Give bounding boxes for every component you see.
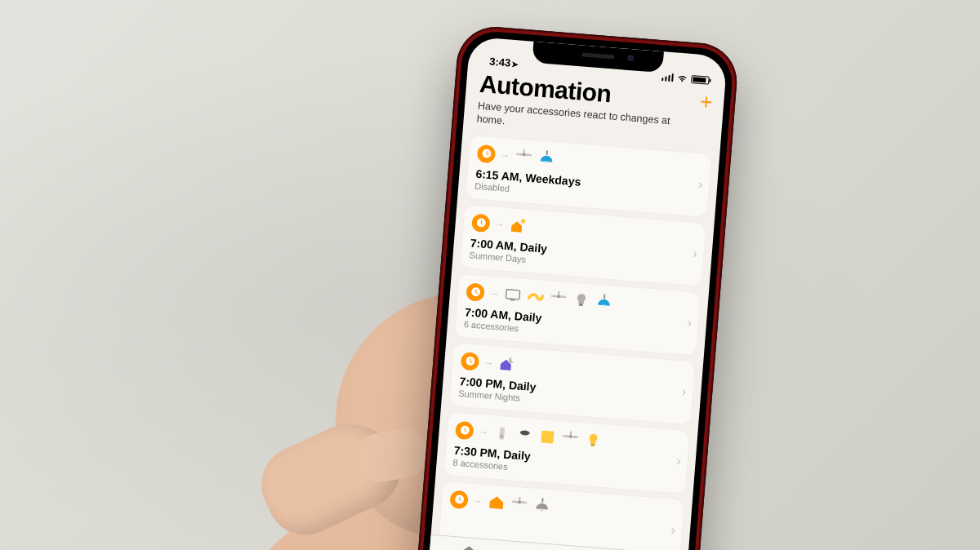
svg-point-17 — [557, 295, 560, 298]
home-tab-icon — [460, 543, 479, 550]
arrow-icon: → — [489, 287, 500, 299]
chevron-right-icon: › — [697, 177, 703, 192]
arrow-icon: → — [473, 495, 483, 507]
svg-rect-18 — [579, 303, 583, 306]
chevron-right-icon: › — [681, 384, 687, 399]
svg-rect-6 — [546, 150, 548, 155]
clock-trigger-icon — [449, 490, 469, 509]
add-automation-button[interactable]: + — [699, 89, 714, 115]
svg-rect-26 — [541, 430, 554, 443]
arrow-icon: → — [494, 218, 505, 230]
pendant-grey-icon — [532, 496, 552, 516]
arrow-icon: → — [483, 357, 494, 369]
pendant-blue-icon — [595, 292, 614, 312]
chevron-right-icon: › — [687, 316, 693, 330]
automation-list[interactable]: → 6:15 AM, Weekdays Disabled › → 7:00 AM… — [431, 131, 720, 550]
clock-trigger-icon — [477, 144, 497, 163]
wifi-icon — [676, 74, 688, 83]
arrow-icon: → — [478, 425, 488, 437]
svg-rect-19 — [604, 294, 605, 299]
nightfall-house-icon — [498, 354, 518, 374]
chevron-right-icon: › — [693, 246, 698, 261]
cell-signal-icon — [662, 73, 674, 82]
tab-home[interactable]: Home — [458, 543, 480, 550]
clock-trigger-icon — [455, 420, 474, 440]
automation-row[interactable]: → 7:00 PM, Daily Summer Nights › — [449, 343, 695, 424]
svg-point-9 — [521, 219, 526, 224]
panel-icon — [538, 427, 558, 446]
status-time: 3:43➤ — [489, 55, 519, 70]
automation-icon-row: → — [449, 490, 675, 526]
fan-icon — [561, 428, 581, 448]
puck-icon — [515, 425, 535, 445]
svg-point-31 — [569, 435, 572, 438]
svg-rect-39 — [541, 498, 543, 503]
fan-icon — [549, 289, 568, 308]
svg-point-38 — [518, 500, 521, 503]
iphone-device: 3:43➤ Automation Have your accessories r… — [415, 24, 740, 550]
svg-rect-11 — [506, 289, 519, 299]
svg-rect-12 — [510, 299, 515, 300]
automation-row[interactable]: → 7:00 AM, Daily 6 accessories › — [455, 273, 701, 355]
strip-icon — [526, 287, 546, 307]
fan-icon — [510, 495, 529, 514]
clock-trigger-icon — [466, 282, 485, 302]
pendant-blue-icon — [537, 149, 556, 168]
screen: 3:43➤ Automation Have your accessories r… — [427, 37, 727, 550]
svg-point-5 — [523, 153, 526, 156]
sunrise-house-icon — [509, 216, 528, 236]
automation-row[interactable]: → 7:00 AM, Daily Summer Days › — [460, 204, 706, 286]
automation-row[interactable]: → 7:30 PM, Daily 8 accessories › — [443, 411, 689, 493]
chevron-right-icon: › — [676, 454, 682, 468]
clock-trigger-icon — [461, 352, 480, 371]
tv-icon — [503, 285, 523, 304]
bulb-yellow-icon — [584, 431, 604, 450]
house-orange-icon — [487, 493, 506, 512]
fan-icon — [514, 147, 534, 166]
location-indicator-icon: ➤ — [511, 60, 519, 69]
arrow-icon: → — [500, 149, 510, 161]
bulb-grey-icon — [572, 291, 591, 310]
chevron-right-icon: › — [670, 522, 676, 537]
svg-point-25 — [520, 430, 530, 436]
sensor-icon — [492, 424, 512, 443]
svg-rect-32 — [590, 443, 595, 446]
clock-trigger-icon — [471, 213, 491, 233]
svg-rect-23 — [499, 427, 505, 439]
battery-icon — [691, 75, 710, 85]
